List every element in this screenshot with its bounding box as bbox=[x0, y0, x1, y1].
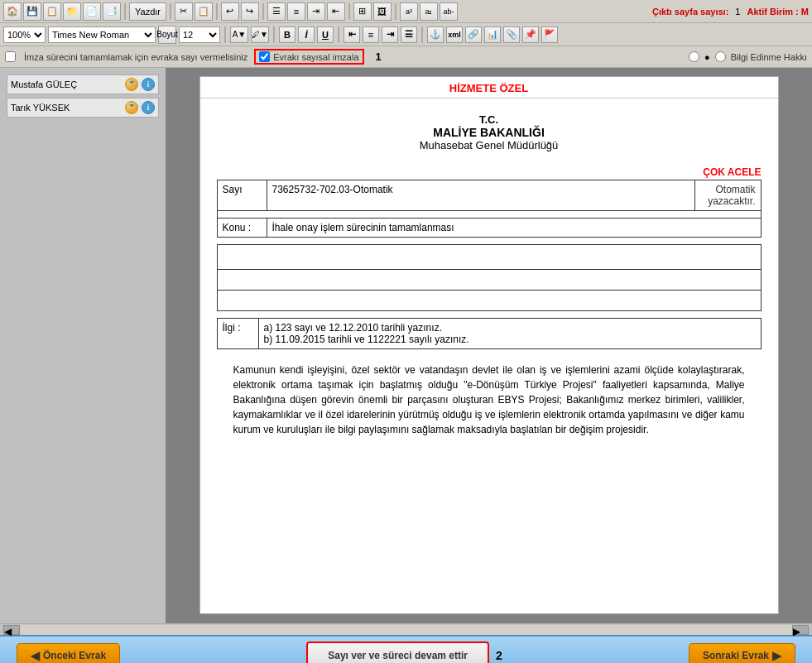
bold-button[interactable]: B bbox=[279, 26, 295, 43]
copy2-button[interactable]: 📋 bbox=[195, 2, 213, 21]
superscript-button[interactable]: a² bbox=[400, 2, 418, 21]
xml-button[interactable]: xml bbox=[446, 26, 463, 43]
ilgi-b: b) 11.09.2015 tarihli ve 1122221 sayılı … bbox=[264, 334, 756, 345]
anchor-button[interactable]: ⚓ bbox=[427, 26, 444, 43]
aktif-birim-label: Aktif Birim : M bbox=[747, 7, 809, 17]
next-evrak-button[interactable]: Sonraki Evrak ▶ bbox=[689, 643, 795, 663]
save-button[interactable]: 📋 bbox=[43, 2, 61, 21]
scroll-right-btn[interactable]: ▶ bbox=[792, 625, 809, 635]
medal-icon-2[interactable]: 🏅 bbox=[125, 101, 138, 114]
sayi-label-cell: Sayı bbox=[217, 180, 267, 211]
hizmet-ozel-header: HİZMETE ÖZEL bbox=[200, 77, 778, 98]
align-center-button[interactable]: ≡ bbox=[363, 26, 379, 43]
attachment-button[interactable]: 📎 bbox=[503, 26, 520, 43]
copy-button[interactable]: 📄 bbox=[83, 2, 101, 21]
scissors-button[interactable]: ✂ bbox=[175, 2, 193, 21]
scroll-bottom[interactable]: ◀ ▶ bbox=[0, 623, 812, 635]
italic-button[interactable]: İ bbox=[298, 26, 315, 43]
redo-button[interactable]: ↪ bbox=[241, 2, 259, 21]
separator8 bbox=[273, 26, 275, 43]
chart-button[interactable]: 📊 bbox=[484, 26, 501, 43]
signer-item-1: Mustafa GÜLEÇ 🏅 i bbox=[7, 74, 159, 94]
prev-evrak-button[interactable]: ◀ Önceki Evrak bbox=[17, 643, 120, 663]
open-button[interactable]: 💾 bbox=[23, 2, 41, 21]
radio-bilgi[interactable] bbox=[715, 51, 726, 62]
new-button[interactable]: 🏠 bbox=[3, 2, 22, 21]
ministry-name: MALİYE BAKANLIĞI bbox=[200, 126, 778, 139]
link-button[interactable]: 🔗 bbox=[465, 26, 482, 43]
zoom-select[interactable]: 100% 75% 150% bbox=[3, 26, 46, 43]
separator5 bbox=[348, 3, 350, 20]
badge-2: 2 bbox=[496, 649, 502, 662]
evrak-checkbox[interactable] bbox=[259, 51, 270, 62]
folder-button[interactable]: 📁 bbox=[63, 2, 81, 21]
tc-block: T.C. MALİYE BAKANLIĞI Muhasebat Genel Mü… bbox=[200, 98, 778, 163]
scroll-left-btn[interactable]: ◀ bbox=[3, 625, 20, 635]
scroll-track[interactable] bbox=[20, 625, 792, 635]
radio-bullet[interactable] bbox=[689, 51, 699, 62]
ilgi-table: İlgi : a) 123 sayı ve 12.12.2010 tarihli… bbox=[217, 318, 762, 349]
signer-name-1: Mustafa GÜLEÇ bbox=[11, 79, 122, 89]
empty-content-row-1 bbox=[217, 245, 761, 270]
info-icon-1[interactable]: i bbox=[142, 78, 155, 91]
highlight-color-button[interactable]: 🖊▼ bbox=[251, 26, 269, 43]
separator2 bbox=[170, 3, 171, 20]
bottom-bar: ◀ Önceki Evrak Sayı ver ve süreci devam … bbox=[0, 635, 812, 663]
konu-value-cell: İhale onay işlem sürecinin tamamlanması bbox=[267, 219, 761, 238]
list2-button[interactable]: ≡ bbox=[287, 2, 305, 21]
align-left-button[interactable]: ⇤ bbox=[344, 26, 360, 43]
bookmark-button[interactable]: 📌 bbox=[522, 26, 539, 43]
konu-row: Konu : İhale onay işlem sürecinin tamaml… bbox=[217, 219, 761, 238]
underline-button[interactable]: U bbox=[317, 26, 334, 43]
paragraph-text: Kamunun kendi işleyişini, özel sektör ve… bbox=[217, 358, 762, 442]
otomatik-cell: Otomatik yazacaktır. bbox=[694, 180, 761, 211]
align-right-button[interactable]: ⇥ bbox=[382, 26, 398, 43]
imza-label: İmza sürecini tamamlamak için evraka say… bbox=[24, 52, 247, 62]
cikti-num: 1 bbox=[735, 7, 740, 17]
center-area: Sayı ver ve süreci devam ettir 2 bbox=[306, 641, 502, 663]
dept-name: Muhasebat Genel Müdürlüğü bbox=[200, 139, 778, 151]
list1-button[interactable]: ☰ bbox=[267, 2, 286, 21]
sayi-ver-button[interactable]: Sayı ver ve süreci devam ettir bbox=[306, 641, 489, 663]
image-button[interactable]: 🖼 bbox=[373, 2, 392, 21]
font-select[interactable]: Times New Roman Arial Courier New bbox=[48, 26, 156, 43]
yazdir-button[interactable]: Yazdır bbox=[129, 2, 166, 21]
indent-button[interactable]: ⇥ bbox=[307, 2, 325, 21]
align-justify-button[interactable]: ☰ bbox=[401, 26, 417, 43]
bilgi-label: Bilgi Edinme Hakkı bbox=[731, 52, 807, 62]
evrak-label: Evrakı sayısal imzala bbox=[273, 52, 358, 62]
toolbar-row1: 🏠 💾 📋 📁 📄 📑 Yazdır ✂ 📋 ↩ ↪ ☰ ≡ ⇥ ⇤ ⊞ 🖼 a… bbox=[0, 0, 812, 23]
imza-checkbox[interactable] bbox=[5, 51, 16, 62]
undo-button[interactable]: ↩ bbox=[221, 2, 239, 21]
separator9 bbox=[338, 26, 339, 43]
outdent-button[interactable]: ⇤ bbox=[327, 2, 345, 21]
size-select[interactable]: 12 10 14 bbox=[179, 26, 220, 43]
empty-content-row-2 bbox=[217, 270, 761, 291]
ilgi-label-cell: İlgi : bbox=[217, 319, 258, 349]
separator3 bbox=[216, 3, 218, 20]
radio-dot: ● bbox=[704, 52, 710, 62]
font-color-button[interactable]: A▼ bbox=[230, 26, 248, 43]
flag-button[interactable]: 🚩 bbox=[541, 26, 558, 43]
cok-acele: ÇOK ACELE bbox=[217, 163, 762, 180]
separator7 bbox=[224, 26, 226, 43]
prev-arrow-icon: ◀ bbox=[31, 649, 40, 662]
ilgi-row: İlgi : a) 123 sayı ve 12.12.2010 tarihli… bbox=[217, 319, 761, 349]
medal-icon-1[interactable]: 🏅 bbox=[125, 78, 138, 91]
separator10 bbox=[421, 26, 423, 43]
subscript-button[interactable]: a₂ bbox=[420, 2, 438, 21]
doc-area[interactable]: HİZMETE ÖZEL T.C. MALİYE BAKANLIĞI Muhas… bbox=[166, 68, 812, 623]
info-icon-2[interactable]: i bbox=[142, 101, 155, 114]
main-area: Mustafa GÜLEÇ 🏅 i Tarık YÜKSEK 🏅 i HİZME… bbox=[0, 68, 812, 623]
font-size-btn[interactable]: Boyut bbox=[158, 26, 176, 44]
separator6 bbox=[395, 3, 396, 20]
ilgi-a: a) 123 sayı ve 12.12.2010 tarihli yazını… bbox=[264, 322, 756, 334]
table-button[interactable]: ⊞ bbox=[353, 2, 372, 21]
ab-button[interactable]: ab- bbox=[440, 2, 458, 21]
top-right-info: Çıktı sayfa sayısı: 1 Aktif Birim : M bbox=[652, 7, 809, 17]
sayi-value-cell: 73625732-702.03-Otomatik bbox=[267, 180, 694, 211]
ilgi-content-cell: a) 123 sayı ve 12.12.2010 tarihli yazını… bbox=[258, 319, 761, 349]
sayi-konu-table: Sayı 73625732-702.03-Otomatik Otomatik y… bbox=[217, 180, 762, 238]
next-arrow-icon: ▶ bbox=[772, 649, 781, 662]
paste-button[interactable]: 📑 bbox=[103, 2, 121, 21]
